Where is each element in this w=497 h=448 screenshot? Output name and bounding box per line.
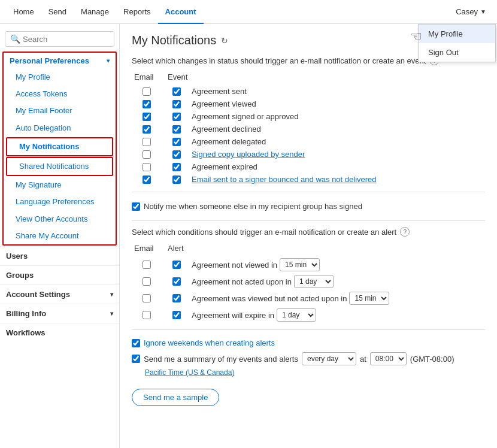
notification-table-header: Email Event <box>132 70 485 84</box>
email-cb-2[interactable] <box>143 100 151 108</box>
table-row: Agreement signed or approved <box>132 110 485 123</box>
send-sample-button[interactable]: Send me a sample <box>132 389 219 406</box>
alert-dropdown-4[interactable]: 1 day2 days3 days <box>277 308 316 322</box>
sidebar-groups[interactable]: Groups <box>0 265 119 284</box>
alert-dropdown-3[interactable]: 15 min30 min1 hour <box>349 292 389 305</box>
personal-preferences-section: Personal Preferences ▾ My Profile Access… <box>2 52 117 246</box>
event-cb-1[interactable] <box>172 87 181 96</box>
user-menu-trigger[interactable]: Casey ▼ <box>451 7 491 16</box>
main-content: My Notifications ↻ Select which changes … <box>120 24 497 448</box>
nav-manage[interactable]: Manage <box>74 0 116 24</box>
alert-email-cb-4[interactable] <box>143 311 151 319</box>
sidebar-my-email-footer[interactable]: My Email Footer <box>4 102 116 119</box>
table-row: Agreement was viewed but not acted upon … <box>132 290 485 307</box>
row-label-6[interactable]: Signed copy uploaded by sender <box>192 150 305 159</box>
event-cb-7[interactable] <box>172 163 181 171</box>
sidebar-auto-delegation[interactable]: Auto Delegation <box>4 120 116 137</box>
nav-bar: Home Send Manage Reports Account Casey ▼ <box>0 0 497 24</box>
alert-email-cb-1[interactable] <box>143 261 151 269</box>
my-notif-highlight-box: My Notifications <box>6 137 113 156</box>
row-label-2: Agreement viewed <box>192 99 256 108</box>
notify-group-label: Notify me when someone else in my recipi… <box>144 202 362 211</box>
frequency-dropdown[interactable]: every dayevery week <box>302 352 356 365</box>
nav-account[interactable]: Account <box>158 0 204 24</box>
table-row: Agreement expired <box>132 161 485 173</box>
at-label: at <box>360 355 366 364</box>
event-cb-3[interactable] <box>172 113 181 121</box>
alert-table-header: Email Alert <box>132 241 485 255</box>
email-cb-3[interactable] <box>143 113 151 121</box>
event-cb-8[interactable] <box>172 175 181 184</box>
chevron-right-icon: ▾ <box>107 57 110 64</box>
alert-rows: Agreement not viewed in 15 min30 min1 ho… <box>132 256 485 323</box>
timezone-link[interactable]: Pacific Time (US & Canada) <box>145 368 234 377</box>
sidebar-shared-notifications[interactable]: Shared Notifications <box>7 158 112 175</box>
sidebar-account-settings[interactable]: Account Settings ▾ <box>0 284 119 304</box>
workflows-label: Workflows <box>6 328 46 337</box>
nav-home[interactable]: Home <box>6 0 41 24</box>
sidebar-access-tokens[interactable]: Access Tokens <box>4 86 116 102</box>
sidebar-my-profile[interactable]: My Profile <box>4 69 116 86</box>
table-row: Agreement will expire in 1 day2 days3 da… <box>132 307 485 323</box>
dropdown-my-profile[interactable]: My Profile <box>419 25 495 43</box>
alert-cb-1[interactable] <box>172 261 181 269</box>
help-icon-2[interactable]: ? <box>400 227 410 237</box>
alert-dropdown-1[interactable]: 15 min30 min1 hour1 day <box>280 258 320 271</box>
row-label-4: Agreement declined <box>192 125 261 134</box>
nav-send[interactable]: Send <box>41 0 74 24</box>
alert-dropdown-2[interactable]: 1 day2 days3 days <box>294 275 334 288</box>
ignore-weekends-row: Ignore weekends when creating alerts <box>132 336 485 350</box>
timezone-text: (GMT-08:00) <box>410 355 454 364</box>
alert-cb-4[interactable] <box>172 311 181 319</box>
email-cb-5[interactable] <box>143 138 151 146</box>
alert-cb-3[interactable] <box>172 294 181 302</box>
summary-cb[interactable] <box>132 355 140 363</box>
alert-email-cb-2[interactable] <box>143 277 151 286</box>
divider-2 <box>132 220 485 221</box>
notify-group-cb[interactable] <box>132 202 140 211</box>
notification-rows: Agreement sent Agreement viewed Agreemen… <box>132 85 485 186</box>
groups-label: Groups <box>6 271 34 280</box>
table-row: Agreement not viewed in 15 min30 min1 ho… <box>132 256 485 273</box>
table-row: Signed copy uploaded by sender <box>132 148 485 161</box>
sidebar-share-my-account[interactable]: Share My Account <box>4 228 116 244</box>
user-dropdown: My Profile Sign Out <box>418 24 496 62</box>
alert-label-1: Agreement not viewed in 15 min30 min1 ho… <box>192 258 485 271</box>
row-label-8[interactable]: Email sent to a signer bounced and was n… <box>192 175 377 184</box>
sidebar-workflows[interactable]: Workflows <box>0 323 119 342</box>
page-title-text: My Notifications <box>132 34 216 47</box>
table-row: Email sent to a signer bounced and was n… <box>132 173 485 186</box>
sidebar-my-notifications[interactable]: My Notifications <box>7 138 112 155</box>
timezone-region: Pacific Time (US & Canada) <box>132 368 485 377</box>
email-cb-1[interactable] <box>143 87 151 96</box>
event-cb-6[interactable] <box>172 150 181 159</box>
email-cb-8[interactable] <box>143 175 151 184</box>
ignore-weekends-label: Ignore weekends when creating alerts <box>144 338 275 347</box>
search-box[interactable]: 🔍 <box>5 31 114 47</box>
sidebar-billing-info[interactable]: Billing Info ▾ <box>0 304 119 323</box>
email-cb-6[interactable] <box>143 150 151 159</box>
alert-email-cb-3[interactable] <box>143 294 151 302</box>
refresh-icon[interactable]: ↻ <box>221 36 228 46</box>
event-cb-5[interactable] <box>172 138 181 146</box>
alert-cb-2[interactable] <box>172 277 181 286</box>
search-input[interactable] <box>23 35 109 44</box>
sidebar-view-other-accounts[interactable]: View Other Accounts <box>4 211 116 228</box>
page-layout: 🔍 Personal Preferences ▾ My Profile Acce… <box>0 24 497 448</box>
alert-label-2: Agreement not acted upon in 1 day2 days3… <box>192 275 485 288</box>
email-cb-4[interactable] <box>143 125 151 134</box>
sidebar-personal-preferences[interactable]: Personal Preferences ▾ <box>4 53 116 69</box>
chevron-down-icon: ▼ <box>480 8 486 15</box>
summary-label: Send me a summary of my events and alert… <box>144 355 298 364</box>
email-cb-7[interactable] <box>143 163 151 171</box>
time-dropdown[interactable]: 08:0009:0010:00 <box>370 352 407 365</box>
sidebar-language-preferences[interactable]: Language Preferences <box>4 193 116 210</box>
nav-reports[interactable]: Reports <box>116 0 158 24</box>
ignore-weekends-cb[interactable] <box>132 339 140 347</box>
sidebar-users[interactable]: Users <box>0 246 119 265</box>
event-cb-4[interactable] <box>172 125 181 134</box>
dropdown-sign-out[interactable]: Sign Out <box>419 43 495 62</box>
event-cb-2[interactable] <box>172 100 181 108</box>
shared-notif-highlight-box: Shared Notifications <box>6 157 113 176</box>
sidebar-my-signature[interactable]: My Signature <box>4 177 116 193</box>
